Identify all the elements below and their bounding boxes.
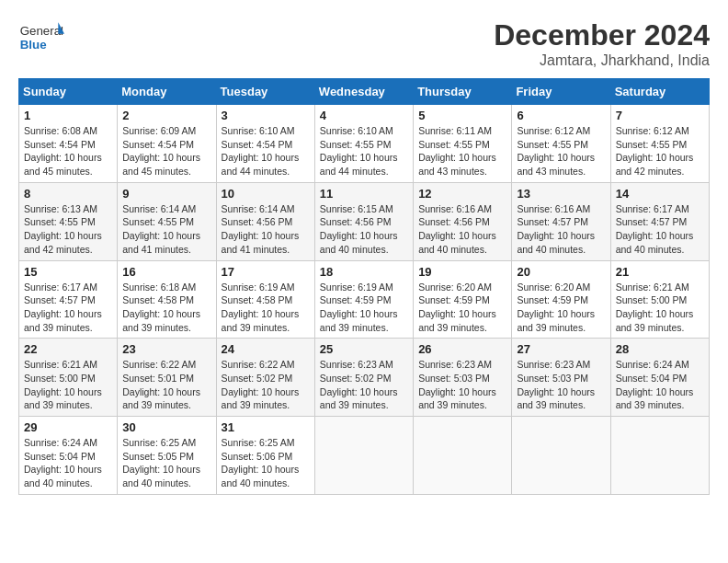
day-number: 15 [24, 265, 112, 279]
cell-details: Sunrise: 6:22 AMSunset: 5:02 PMDaylight:… [222, 358, 310, 412]
calendar-week-3: 15Sunrise: 6:17 AMSunset: 4:57 PMDayligh… [19, 260, 710, 339]
cell-details: Sunrise: 6:23 AMSunset: 5:02 PMDaylight:… [320, 358, 408, 412]
day-number: 30 [122, 420, 210, 434]
calendar-week-1: 1Sunrise: 6:08 AMSunset: 4:54 PMDaylight… [19, 105, 710, 183]
cell-details: Sunrise: 6:08 AMSunset: 4:54 PMDaylight:… [24, 124, 112, 178]
day-number: 10 [222, 187, 310, 201]
location: Jamtara, Jharkhand, India [494, 52, 710, 69]
cell-details: Sunrise: 6:20 AMSunset: 4:59 PMDaylight:… [418, 281, 506, 335]
cell-details: Sunrise: 6:14 AMSunset: 4:56 PMDaylight:… [222, 202, 310, 257]
calendar-table: SundayMondayTuesdayWednesdayThursdayFrid… [18, 78, 710, 495]
calendar-cell: 31Sunrise: 6:25 AMSunset: 5:06 PMDayligh… [216, 417, 314, 495]
cell-details: Sunrise: 6:25 AMSunset: 5:06 PMDaylight:… [222, 436, 310, 490]
calendar-cell [610, 417, 709, 495]
day-header-sunday: Sunday [19, 79, 118, 105]
day-number: 28 [616, 342, 704, 356]
title-area: December 2024 Jamtara, Jharkhand, India [494, 18, 710, 69]
calendar-cell [512, 417, 610, 495]
day-number: 12 [418, 187, 506, 201]
day-number: 22 [24, 342, 112, 356]
cell-details: Sunrise: 6:15 AMSunset: 4:56 PMDaylight:… [320, 202, 408, 257]
day-number: 8 [24, 187, 112, 201]
calendar-cell: 4Sunrise: 6:10 AMSunset: 4:55 PMDaylight… [314, 105, 413, 183]
day-header-thursday: Thursday [414, 79, 512, 105]
calendar-week-2: 8Sunrise: 6:13 AMSunset: 4:55 PMDaylight… [19, 182, 710, 260]
cell-details: Sunrise: 6:20 AMSunset: 4:59 PMDaylight:… [517, 281, 605, 335]
day-number: 31 [222, 420, 310, 434]
calendar-cell: 11Sunrise: 6:15 AMSunset: 4:56 PMDayligh… [314, 182, 413, 260]
day-header-monday: Monday [118, 79, 216, 105]
svg-text:Blue: Blue [20, 38, 47, 52]
calendar-cell: 6Sunrise: 6:12 AMSunset: 4:55 PMDaylight… [512, 105, 610, 183]
logo: General Blue [18, 18, 68, 55]
cell-details: Sunrise: 6:24 AMSunset: 5:04 PMDaylight:… [616, 358, 704, 412]
calendar-cell: 18Sunrise: 6:19 AMSunset: 4:59 PMDayligh… [314, 260, 413, 339]
calendar-cell: 13Sunrise: 6:16 AMSunset: 4:57 PMDayligh… [512, 182, 610, 260]
calendar-cell: 20Sunrise: 6:20 AMSunset: 4:59 PMDayligh… [512, 260, 610, 339]
calendar-body: 1Sunrise: 6:08 AMSunset: 4:54 PMDaylight… [19, 105, 710, 495]
calendar-header-row: SundayMondayTuesdayWednesdayThursdayFrid… [19, 79, 710, 105]
cell-details: Sunrise: 6:19 AMSunset: 4:58 PMDaylight:… [222, 281, 310, 335]
logo-icon: General Blue [18, 18, 64, 55]
calendar-cell: 9Sunrise: 6:14 AMSunset: 4:55 PMDaylight… [118, 182, 216, 260]
calendar-cell: 21Sunrise: 6:21 AMSunset: 5:00 PMDayligh… [610, 260, 709, 339]
cell-details: Sunrise: 6:25 AMSunset: 5:05 PMDaylight:… [122, 436, 210, 490]
cell-details: Sunrise: 6:23 AMSunset: 5:03 PMDaylight:… [418, 358, 506, 412]
cell-details: Sunrise: 6:11 AMSunset: 4:55 PMDaylight:… [418, 124, 506, 178]
day-number: 16 [122, 265, 210, 279]
calendar-week-5: 29Sunrise: 6:24 AMSunset: 5:04 PMDayligh… [19, 417, 710, 495]
calendar-cell: 19Sunrise: 6:20 AMSunset: 4:59 PMDayligh… [414, 260, 512, 339]
cell-details: Sunrise: 6:19 AMSunset: 4:59 PMDaylight:… [320, 281, 408, 335]
day-header-friday: Friday [512, 79, 610, 105]
month-title: December 2024 [494, 18, 710, 52]
day-number: 11 [320, 187, 408, 201]
day-number: 26 [418, 342, 506, 356]
calendar-cell: 1Sunrise: 6:08 AMSunset: 4:54 PMDaylight… [19, 105, 118, 183]
day-number: 3 [222, 109, 310, 122]
cell-details: Sunrise: 6:16 AMSunset: 4:56 PMDaylight:… [418, 202, 506, 257]
calendar-cell: 15Sunrise: 6:17 AMSunset: 4:57 PMDayligh… [19, 260, 118, 339]
day-header-tuesday: Tuesday [216, 79, 314, 105]
cell-details: Sunrise: 6:13 AMSunset: 4:55 PMDaylight:… [24, 202, 112, 257]
cell-details: Sunrise: 6:17 AMSunset: 4:57 PMDaylight:… [616, 202, 704, 257]
day-number: 19 [418, 265, 506, 279]
day-number: 6 [517, 109, 605, 122]
calendar-cell: 8Sunrise: 6:13 AMSunset: 4:55 PMDaylight… [19, 182, 118, 260]
day-number: 23 [122, 342, 210, 356]
day-number: 25 [320, 342, 408, 356]
calendar-cell: 2Sunrise: 6:09 AMSunset: 4:54 PMDaylight… [118, 105, 216, 183]
day-number: 5 [418, 109, 506, 122]
calendar-week-4: 22Sunrise: 6:21 AMSunset: 5:00 PMDayligh… [19, 339, 710, 417]
calendar-cell: 27Sunrise: 6:23 AMSunset: 5:03 PMDayligh… [512, 339, 610, 417]
cell-details: Sunrise: 6:23 AMSunset: 5:03 PMDaylight:… [517, 358, 605, 412]
day-number: 1 [24, 109, 112, 122]
calendar-cell: 30Sunrise: 6:25 AMSunset: 5:05 PMDayligh… [118, 417, 216, 495]
day-number: 24 [222, 342, 310, 356]
calendar-cell: 22Sunrise: 6:21 AMSunset: 5:00 PMDayligh… [19, 339, 118, 417]
cell-details: Sunrise: 6:12 AMSunset: 4:55 PMDaylight:… [517, 124, 605, 178]
calendar-cell: 12Sunrise: 6:16 AMSunset: 4:56 PMDayligh… [414, 182, 512, 260]
calendar-cell: 26Sunrise: 6:23 AMSunset: 5:03 PMDayligh… [414, 339, 512, 417]
cell-details: Sunrise: 6:10 AMSunset: 4:54 PMDaylight:… [222, 124, 310, 178]
cell-details: Sunrise: 6:21 AMSunset: 5:00 PMDaylight:… [24, 358, 112, 412]
cell-details: Sunrise: 6:16 AMSunset: 4:57 PMDaylight:… [517, 202, 605, 257]
calendar-cell: 29Sunrise: 6:24 AMSunset: 5:04 PMDayligh… [19, 417, 118, 495]
cell-details: Sunrise: 6:24 AMSunset: 5:04 PMDaylight:… [24, 436, 112, 490]
cell-details: Sunrise: 6:10 AMSunset: 4:55 PMDaylight:… [320, 124, 408, 178]
day-number: 27 [517, 342, 605, 356]
calendar-cell: 28Sunrise: 6:24 AMSunset: 5:04 PMDayligh… [610, 339, 709, 417]
calendar-cell [314, 417, 413, 495]
cell-details: Sunrise: 6:14 AMSunset: 4:55 PMDaylight:… [122, 202, 210, 257]
cell-details: Sunrise: 6:12 AMSunset: 4:55 PMDaylight:… [616, 124, 704, 178]
calendar-cell: 25Sunrise: 6:23 AMSunset: 5:02 PMDayligh… [314, 339, 413, 417]
day-header-saturday: Saturday [610, 79, 709, 105]
day-number: 18 [320, 265, 408, 279]
day-number: 20 [517, 265, 605, 279]
calendar-cell [414, 417, 512, 495]
cell-details: Sunrise: 6:22 AMSunset: 5:01 PMDaylight:… [122, 358, 210, 412]
cell-details: Sunrise: 6:21 AMSunset: 5:00 PMDaylight:… [616, 281, 704, 335]
day-number: 29 [24, 420, 112, 434]
calendar-cell: 7Sunrise: 6:12 AMSunset: 4:55 PMDaylight… [610, 105, 709, 183]
day-number: 17 [222, 265, 310, 279]
day-number: 7 [616, 109, 704, 122]
